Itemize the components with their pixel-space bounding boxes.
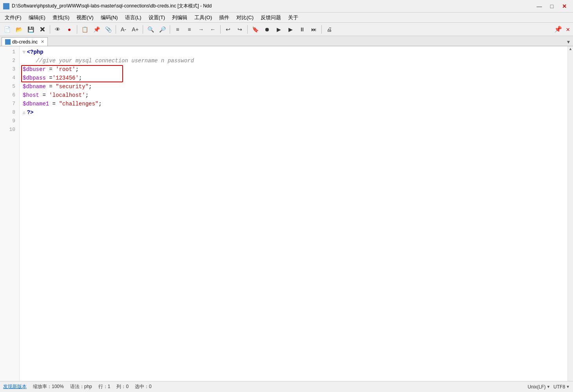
tab-close-button[interactable]: ✕ xyxy=(41,39,44,44)
menu-compare[interactable]: 对比(C) xyxy=(233,13,257,22)
var-dbname1: $dbname1 xyxy=(23,100,49,108)
print-button[interactable]: 🖨 xyxy=(324,24,335,34)
encoding-dropdown[interactable]: UTF8 ▼ xyxy=(553,384,570,390)
status-row: 行：1 xyxy=(98,383,111,390)
tab-bar: db-creds.inc ✕ ▼ xyxy=(0,36,573,46)
zoom-out-button[interactable]: A- xyxy=(118,24,129,34)
semi-1: ; xyxy=(75,65,78,74)
encoding-arrow: ▼ xyxy=(566,385,570,389)
op-eq-2: = xyxy=(46,74,53,82)
maximize-button[interactable]: □ xyxy=(546,2,557,10)
close-button[interactable]: ✕ xyxy=(559,2,570,10)
toolbar-sep-8 xyxy=(321,25,322,34)
menu-view[interactable]: 视图(V) xyxy=(73,13,96,22)
minimize-button[interactable]: — xyxy=(534,2,545,10)
zoom-button-2[interactable]: 🔍 xyxy=(145,24,156,34)
op-eq-1: = xyxy=(46,65,56,74)
status-col: 列：0 xyxy=(116,383,129,390)
fold-1[interactable]: ▽ xyxy=(23,48,25,56)
op-eq-3: = xyxy=(46,82,56,91)
encoding-label: UTF8 xyxy=(553,384,565,390)
menu-feedback[interactable]: 反馈问题 xyxy=(257,13,284,22)
paste-special-button[interactable]: 📎 xyxy=(103,24,114,34)
toolbar-sep-6 xyxy=(220,25,221,34)
editor-container: 1 2 3 4 5 6 7 8 9 10 ▽ <?php //give your… xyxy=(0,46,573,381)
zoom-in-button[interactable]: A+ xyxy=(130,24,141,34)
code-line-10 xyxy=(23,125,564,134)
menu-plugins[interactable]: 插件 xyxy=(216,13,232,22)
zoom-button-3[interactable]: 🔎 xyxy=(157,24,168,34)
save-button[interactable]: 💾 xyxy=(25,24,36,34)
code-line-3: $dbuser = 'root' ; xyxy=(23,65,564,74)
semi-2: ; xyxy=(79,74,82,82)
code-line-4: $dbpass = '123456' ; xyxy=(23,74,564,82)
new-file-button[interactable]: 📄 xyxy=(2,24,13,34)
macro-play-button[interactable]: ▶ xyxy=(273,24,284,34)
code-area[interactable]: ▽ <?php //give your mysql connection use… xyxy=(20,46,568,381)
var-dbuser: $dbuser xyxy=(23,65,46,74)
fold-8[interactable]: △ xyxy=(23,108,25,117)
scroll-up-arrow[interactable]: ▲ xyxy=(569,46,571,52)
code-line-7: $dbname1 = "challenges" ; xyxy=(23,100,564,108)
line-num-9: 9 xyxy=(0,117,19,125)
run-button[interactable]: ▶ xyxy=(285,24,296,34)
undo-button[interactable]: ↩ xyxy=(223,24,234,34)
code-line-1: ▽ <?php xyxy=(23,48,564,56)
outdent-button[interactable]: ← xyxy=(207,24,218,34)
line-num-6: 6 xyxy=(0,91,19,100)
status-zoom: 缩放率：100% xyxy=(33,383,64,390)
pin-button[interactable]: 📌 xyxy=(553,25,564,33)
menu-edit[interactable]: 编辑(E) xyxy=(25,13,49,22)
line-num-2: 2 xyxy=(0,56,19,65)
var-dbname: $dbname xyxy=(23,82,46,91)
toolbar-sep-5 xyxy=(170,25,170,34)
eol-dropdown[interactable]: Unix(LF) ▼ xyxy=(528,384,550,390)
right-scrollbar[interactable]: ▲ xyxy=(568,46,573,381)
align-left-button[interactable]: ≡ xyxy=(172,24,183,34)
fast-forward-button[interactable]: ⏭ xyxy=(308,24,319,34)
menu-search[interactable]: 查找(S) xyxy=(49,13,73,22)
semi-3: ; xyxy=(89,82,92,91)
semi-5: ; xyxy=(98,100,102,108)
toolbar: 📄 📂 💾 🗙 👁 ● 📋 📌 📎 A- A+ 🔍 🔎 ≡ ≡ → ← ↩ ↪ … xyxy=(0,23,573,36)
indent-button[interactable]: → xyxy=(196,24,207,34)
menu-language[interactable]: 语言(L) xyxy=(122,13,145,22)
bookmark-button[interactable]: 🔖 xyxy=(250,24,261,34)
menu-about[interactable]: 关于 xyxy=(285,13,301,22)
code-line-8: △ ?> xyxy=(23,108,564,117)
eol-label: Unix(LF) xyxy=(528,384,546,390)
macro-rec-button[interactable]: ⏺ xyxy=(261,24,272,34)
toolbar-close-button[interactable]: ✕ xyxy=(564,25,571,33)
php-open-tag: <?php xyxy=(27,48,44,56)
menu-settings[interactable]: 设置(T) xyxy=(145,13,169,22)
toolbar-sep-7 xyxy=(247,25,248,34)
window-title: D:\Software\phpstudy_pro\WWW\sqli-labs-m… xyxy=(12,3,534,9)
monitor-button[interactable]: ● xyxy=(64,24,75,34)
code-line-2: //give your mysql connection username n … xyxy=(23,56,564,65)
line-num-10: 10 xyxy=(0,125,19,134)
copy-button[interactable]: 📋 xyxy=(79,24,90,34)
align-center-button[interactable]: ≡ xyxy=(184,24,195,34)
tab-file-icon xyxy=(5,39,11,45)
redo-button[interactable]: ↪ xyxy=(234,24,245,34)
toolbar-sep-2 xyxy=(77,25,77,34)
line-num-1: 1 xyxy=(0,48,19,56)
tab-db-creds[interactable]: db-creds.inc ✕ xyxy=(2,37,48,46)
status-sel: 选中：0 xyxy=(135,383,152,390)
menu-file[interactable]: 文件(F) xyxy=(2,13,25,22)
str-pass: '123456' xyxy=(53,74,79,82)
pause-button[interactable]: ⏸ xyxy=(297,24,308,34)
menu-column-edit[interactable]: 列编辑 xyxy=(169,13,190,22)
open-file-button[interactable]: 📂 xyxy=(13,24,24,34)
tab-scroll-arrow[interactable]: ▼ xyxy=(566,39,571,46)
toolbar-sep-1 xyxy=(50,25,50,34)
php-close-tag: ?> xyxy=(27,108,34,117)
update-link[interactable]: 发现新版本 xyxy=(3,383,27,390)
menu-tools[interactable]: 工具(O) xyxy=(191,13,215,22)
preview-button[interactable]: 👁 xyxy=(52,24,63,34)
close-file-button[interactable]: 🗙 xyxy=(37,24,48,34)
paste-button[interactable]: 📌 xyxy=(91,24,102,34)
str-localhost: 'localhost' xyxy=(49,91,85,100)
menu-encoding[interactable]: 编码(N) xyxy=(98,13,121,22)
str-root: 'root' xyxy=(56,65,75,74)
